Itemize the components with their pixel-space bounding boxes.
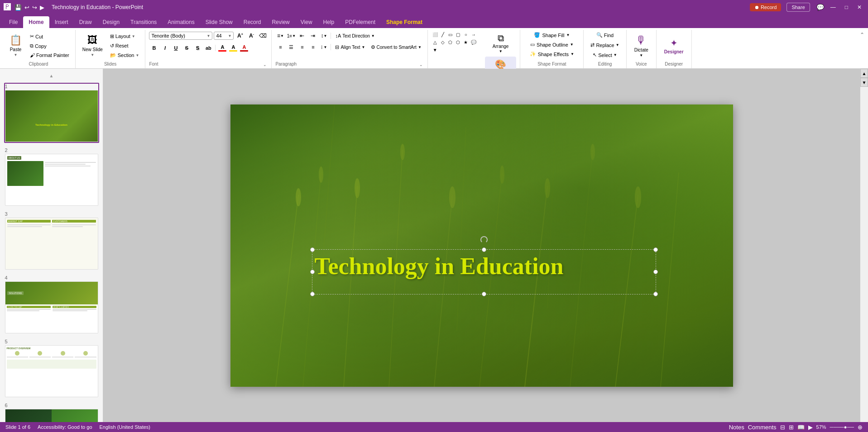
comments-btn[interactable]: Comments: [748, 424, 777, 431]
cut-button[interactable]: ✂ Cut: [28, 32, 72, 41]
tab-record[interactable]: Record: [238, 16, 267, 28]
zoom-slider[interactable]: ────●──: [830, 424, 854, 430]
align-center-button[interactable]: ☰: [286, 42, 296, 52]
layout-button[interactable]: ⊞ Layout ▼: [108, 32, 142, 41]
bullets-button[interactable]: ≡ ▼: [275, 31, 285, 41]
underline-button[interactable]: U: [171, 43, 181, 53]
shadow-button[interactable]: S: [192, 43, 202, 53]
align-text-button[interactable]: ⊟ Align Text ▼: [333, 43, 367, 52]
shape-oval[interactable]: ○: [462, 31, 470, 38]
close-btn[interactable]: ✕: [854, 4, 864, 10]
slide-thumb-2[interactable]: 2 ABOUT US: [4, 147, 99, 207]
shape-rect[interactable]: ▭: [447, 31, 454, 38]
slide-canvas[interactable]: Technology in Education: [230, 104, 733, 387]
highlight-button[interactable]: A: [228, 43, 238, 53]
font-color-button[interactable]: A: [217, 43, 227, 53]
shape-more[interactable]: ▼: [432, 46, 439, 53]
scroll-down-right[interactable]: ▼: [860, 78, 868, 87]
slide-thumb-5[interactable]: 5 PRODUCT OVERVIEW: [4, 338, 99, 398]
tab-insert[interactable]: Insert: [49, 16, 74, 28]
shape-fill-button[interactable]: 🪣 Shape Fill ▼: [531, 31, 573, 39]
maximize-btn[interactable]: □: [842, 4, 851, 10]
tab-draw[interactable]: Draw: [74, 16, 97, 28]
shape-star[interactable]: ★: [462, 38, 470, 46]
view-reading-btn[interactable]: 📖: [797, 424, 805, 431]
view-slideshow-btn[interactable]: ▶: [808, 424, 813, 431]
font-expand[interactable]: ⌄: [262, 62, 268, 67]
notes-btn[interactable]: Notes: [729, 424, 744, 431]
strikethrough-button[interactable]: S: [182, 43, 192, 53]
shape-arrow[interactable]: →: [470, 31, 477, 38]
shape-pentagon[interactable]: ⬠: [447, 38, 454, 46]
designer-button[interactable]: ✦ Designer: [660, 35, 688, 57]
replace-button[interactable]: ⇄ Replace ▼: [587, 41, 622, 49]
shape-effects-button[interactable]: ✨ Shape Effects ▼: [527, 50, 577, 58]
tab-pdfelement[interactable]: PDFelement: [340, 16, 381, 28]
quick-present[interactable]: ▶: [40, 4, 44, 11]
copy-button[interactable]: ⧉ Copy: [28, 42, 72, 50]
font-size-combo[interactable]: 44 ▼: [214, 32, 234, 40]
main-title[interactable]: Technology in Education: [315, 253, 564, 279]
slide-thumb-6[interactable]: 6 PROJECT MENTOR 🌿: [4, 402, 99, 422]
numbering-button[interactable]: 1≡ ▼: [286, 31, 296, 41]
select-button[interactable]: ↖ Select ▼: [590, 51, 620, 59]
line-spacing-button[interactable]: ↕ ▼: [319, 31, 329, 41]
scroll-up-right[interactable]: ▲: [860, 69, 868, 78]
ribbon-collapse-btn[interactable]: ⌃: [860, 32, 864, 38]
tab-file[interactable]: File: [4, 16, 23, 28]
slide-thumb-1[interactable]: 1 Technology in Education: [4, 83, 99, 143]
increase-font-button[interactable]: A+: [235, 31, 245, 41]
tab-animations[interactable]: Animations: [162, 16, 200, 28]
font-name-combo[interactable]: Tenorite (Body) ▼: [149, 32, 212, 40]
section-button[interactable]: 📂 Section ▼: [108, 51, 142, 60]
share-btn[interactable]: Share: [786, 3, 810, 12]
zoom-in-btn[interactable]: ⊕: [858, 424, 863, 431]
arrange-button[interactable]: ⧉ Arrange ▼: [485, 31, 517, 56]
record-title-btn[interactable]: ⏺ Record: [750, 3, 782, 11]
tab-design[interactable]: Design: [97, 16, 125, 28]
new-slide-button[interactable]: 🖼 New Slide ▼: [79, 32, 106, 59]
tab-home[interactable]: Home: [23, 16, 49, 28]
convert-smartart-button[interactable]: ⚙ Convert to SmartArt ▼: [369, 43, 424, 52]
tab-review[interactable]: Review: [266, 16, 295, 28]
tab-help[interactable]: Help: [318, 16, 340, 28]
para-expand[interactable]: ⌄: [418, 62, 424, 67]
shape-textbox[interactable]: ⬜: [432, 31, 439, 38]
minimize-btn[interactable]: —: [828, 4, 839, 10]
columns-button[interactable]: ⫶ ▼: [319, 42, 329, 52]
char-spacing-button[interactable]: ab: [203, 43, 213, 53]
increase-indent-button[interactable]: ⇥: [308, 31, 318, 41]
scroll-up-btn[interactable]: ▲: [2, 72, 101, 79]
tab-transitions[interactable]: Transitions: [125, 16, 162, 28]
paste-button[interactable]: 📋 Paste ▼: [5, 32, 26, 59]
slide-thumb-4[interactable]: 4 SOLUTIONS CLOSE THE GAP WHAT'S LEARNED: [4, 274, 99, 334]
align-right-button[interactable]: ≡: [297, 42, 307, 52]
shape-diamond[interactable]: ◇: [439, 38, 446, 46]
tab-shape-format[interactable]: Shape Format: [381, 16, 428, 28]
slide-thumb-3[interactable]: 3 MARKET CAP CUSTOMERS: [4, 210, 99, 271]
find-button[interactable]: 🔍 Find: [593, 31, 617, 39]
shape-line[interactable]: ╱: [439, 31, 446, 38]
decrease-font-button[interactable]: A-: [246, 31, 256, 41]
dictate-button[interactable]: 🎙 Dictate ▼: [630, 32, 652, 60]
quick-save[interactable]: 💾: [14, 4, 22, 11]
tab-view[interactable]: View: [295, 16, 318, 28]
shape-triangle[interactable]: △: [432, 38, 439, 46]
reset-button[interactable]: ↺ Reset: [108, 42, 142, 50]
comments-icon[interactable]: 💬: [816, 4, 824, 11]
shape-roundrect[interactable]: ▢: [455, 31, 462, 38]
shape-hexagon[interactable]: ⬡: [455, 38, 462, 46]
shape-callout[interactable]: 💬: [470, 38, 477, 46]
text-color-button[interactable]: A: [239, 43, 249, 53]
justify-button[interactable]: ≡: [308, 42, 318, 52]
tab-slideshow[interactable]: Slide Show: [200, 16, 238, 28]
format-painter-button[interactable]: 🖌 Format Painter: [28, 51, 72, 59]
decrease-indent-button[interactable]: ⇤: [297, 31, 307, 41]
shape-outline-button[interactable]: ▭ Shape Outline ▼: [527, 40, 577, 49]
align-left-button[interactable]: ≡: [275, 42, 285, 52]
bold-button[interactable]: B: [149, 43, 159, 53]
clear-formatting-button[interactable]: ⌫: [258, 31, 268, 41]
quick-redo[interactable]: ↪: [32, 4, 37, 11]
view-normal-btn[interactable]: ⊟: [780, 424, 785, 431]
view-slide-sorter-btn[interactable]: ⊞: [789, 424, 794, 431]
